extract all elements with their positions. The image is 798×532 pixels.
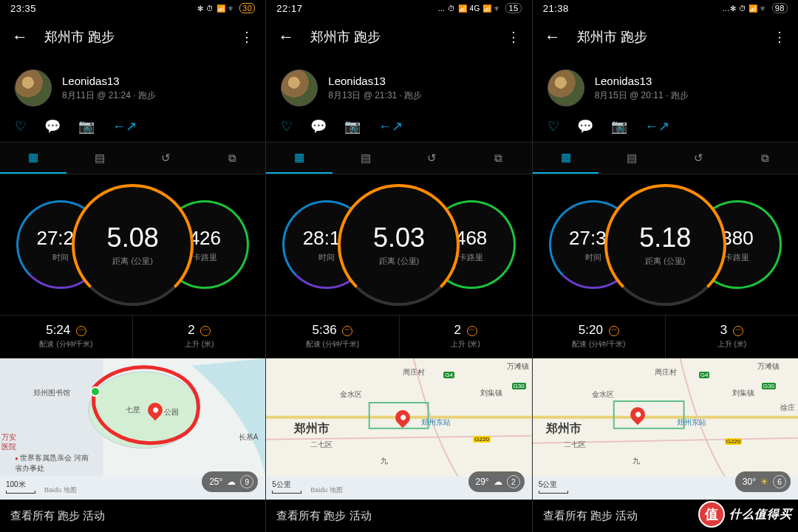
tab-overview[interactable]: ▦: [533, 143, 599, 174]
weather-pill[interactable]: 25° ☁ 9: [202, 471, 258, 492]
tab-stats[interactable]: ⧉: [732, 143, 798, 174]
back-icon[interactable]: ←: [12, 27, 28, 47]
action-row: ♡ 💬 📷 ←↗: [266, 114, 531, 142]
like-icon[interactable]: ♡: [15, 118, 27, 134]
tab-overview[interactable]: ▦: [266, 143, 332, 174]
more-icon[interactable]: ⋮: [240, 29, 253, 45]
tab-bar: ▦ ▤ ↺ ⧉: [533, 142, 798, 174]
appbar: ← 郑州市 跑步 ⋮: [0, 16, 265, 58]
activity-meta: 8月11日 @ 21:24 · 跑步: [62, 89, 156, 102]
appbar: ← 郑州市 跑步 ⋮: [533, 16, 798, 58]
camera-icon[interactable]: 📷: [78, 118, 95, 134]
weather-icon: ☁: [494, 477, 502, 487]
status-time: 23:35: [10, 3, 36, 14]
activity-meta: 8月13日 @ 21:31 · 跑步: [328, 89, 422, 102]
map-scale: 100米: [6, 480, 35, 494]
stats-rings: 27:37 时间 5.18 距离 (公里) 380 卡路里: [533, 174, 798, 315]
more-icon[interactable]: ⋮: [507, 29, 520, 45]
sub-stats: 5:24 〰 配速 (分钟/千米) 2 〰 上升 (米): [0, 315, 265, 358]
stat-elevation[interactable]: 2 〰 上升 (米): [399, 316, 532, 358]
status-icons: … ⏱ 📶 4G 📶 ᯤ 15: [437, 3, 521, 13]
phone-screen-2: 22:17 … ⏱ 📶 4G 📶 ᯤ 15 ← 郑州市 跑步 ⋮ Leonida…: [266, 0, 531, 532]
status-bar: 21:38 …✻ ⏱ 📶 ᯤ 98: [533, 0, 798, 16]
tab-details[interactable]: ▤: [332, 143, 399, 174]
battery-indicator: 98: [772, 3, 788, 13]
watermark: 值 什么值得买: [698, 501, 792, 528]
stat-elevation[interactable]: 2 〰 上升 (米): [132, 316, 265, 358]
tab-laps[interactable]: ↺: [133, 143, 200, 174]
like-icon[interactable]: ♡: [281, 118, 293, 134]
share-icon[interactable]: ←↗: [112, 118, 137, 134]
back-icon[interactable]: ←: [545, 27, 561, 47]
page-title: 郑州市 跑步: [44, 28, 224, 46]
stat-elevation[interactable]: 3 〰 上升 (米): [665, 316, 798, 358]
action-row: ♡ 💬 📷 ←↗: [0, 114, 265, 142]
more-icon[interactable]: ⋮: [773, 29, 786, 45]
sub-stats: 5:36 〰 配速 (分钟/千米) 2 〰 上升 (米): [266, 315, 531, 358]
profile-row[interactable]: Leonidas13 8月15日 @ 20:11 · 跑步: [533, 58, 798, 114]
action-row: ♡ 💬 📷 ←↗: [533, 114, 798, 142]
view-all-link[interactable]: 查看所有 跑步 活动: [0, 499, 265, 532]
weather-pill[interactable]: 29° ☁ 2: [468, 471, 525, 492]
back-icon[interactable]: ←: [278, 27, 294, 47]
tab-details[interactable]: ▤: [598, 143, 665, 174]
tab-bar: ▦ ▤ ↺ ⧉: [266, 142, 531, 174]
username: Leonidas13: [62, 75, 156, 87]
baidu-logo: Baidu 地图: [44, 485, 77, 495]
status-bar: 22:17 … ⏱ 📶 4G 📶 ᯤ 15: [266, 0, 531, 16]
view-all-link[interactable]: 查看所有 跑步 活动: [266, 499, 531, 532]
weather-icon: ☀: [760, 477, 768, 487]
profile-row[interactable]: Leonidas13 8月13日 @ 21:31 · 跑步: [266, 58, 531, 114]
camera-icon[interactable]: 📷: [611, 118, 627, 134]
page-title: 郑州市 跑步: [310, 28, 490, 46]
map-scale: 5公里: [272, 480, 301, 494]
tab-overview[interactable]: ▦: [0, 143, 66, 174]
camera-icon[interactable]: 📷: [344, 118, 361, 134]
profile-row[interactable]: Leonidas13 8月11日 @ 21:24 · 跑步: [0, 58, 265, 114]
avatar[interactable]: [281, 69, 318, 106]
ring-distance[interactable]: 5.18 距离 (公里): [604, 184, 726, 306]
activity-meta: 8月15日 @ 20:11 · 跑步: [595, 89, 689, 102]
route-map[interactable]: 郑州图书馆 七星 公园 长基A 万安 医院 世界客属恳亲会 河南省办事处 100…: [0, 358, 265, 499]
battery-indicator: 30: [239, 3, 255, 13]
stat-pace[interactable]: 5:24 〰 配速 (分钟/千米): [0, 316, 132, 358]
tab-laps[interactable]: ↺: [399, 143, 466, 174]
start-pin: [90, 386, 100, 397]
route-map[interactable]: 郑州市 郑州东站 金水区 二七区 九 刘集镇 万滩镇 周庄村 徐庄 G4 G30…: [533, 358, 798, 499]
share-icon[interactable]: ←↗: [645, 118, 669, 134]
stat-pace[interactable]: 5:36 〰 配速 (分钟/千米): [266, 316, 398, 358]
comment-icon[interactable]: 💬: [310, 118, 327, 134]
status-time: 21:38: [543, 3, 569, 14]
weather-pill[interactable]: 30° ☀ 6: [735, 471, 791, 492]
smzdm-logo-icon: 值: [698, 501, 725, 528]
ring-distance[interactable]: 5.08 距离 (公里): [72, 184, 194, 306]
tab-laps[interactable]: ↺: [665, 143, 732, 174]
tab-stats[interactable]: ⧉: [466, 143, 532, 174]
page-title: 郑州市 跑步: [577, 28, 757, 46]
battery-indicator: 15: [505, 3, 521, 13]
ring-distance[interactable]: 5.03 距离 (公里): [338, 184, 460, 306]
avatar[interactable]: [548, 69, 584, 106]
like-icon[interactable]: ♡: [548, 118, 559, 134]
username: Leonidas13: [328, 75, 422, 87]
stats-rings: 27:28 时间 5.08 距离 (公里) 426 卡路里: [0, 174, 265, 315]
sub-stats: 5:20 〰 配速 (分钟/千米) 3 〰 上升 (米): [533, 315, 798, 358]
share-icon[interactable]: ←↗: [378, 118, 403, 134]
status-icons: …✻ ⏱ 📶 ᯤ 98: [722, 3, 788, 13]
tab-details[interactable]: ▤: [66, 143, 133, 174]
tab-stats[interactable]: ⧉: [199, 143, 265, 174]
appbar: ← 郑州市 跑步 ⋮: [266, 16, 531, 58]
stats-rings: 28:11 时间 5.03 距离 (公里) 468 卡路里: [266, 174, 531, 315]
comment-icon[interactable]: 💬: [577, 118, 593, 134]
weather-icon: ☁: [227, 477, 236, 487]
phone-screen-3: 21:38 …✻ ⏱ 📶 ᯤ 98 ← 郑州市 跑步 ⋮ Leonidas13 …: [533, 0, 798, 532]
username: Leonidas13: [595, 75, 689, 87]
status-time: 22:17: [276, 3, 302, 14]
status-icons: ✻ ⏱ 📶 ᯤ 30: [197, 3, 255, 13]
stat-pace[interactable]: 5:20 〰 配速 (分钟/千米): [533, 316, 665, 358]
comment-icon[interactable]: 💬: [44, 118, 61, 134]
status-bar: 23:35 ✻ ⏱ 📶 ᯤ 30: [0, 0, 265, 16]
phone-screen-1: 23:35 ✻ ⏱ 📶 ᯤ 30 ← 郑州市 跑步 ⋮ Leonidas13 8…: [0, 0, 265, 532]
avatar[interactable]: [15, 69, 52, 106]
route-map[interactable]: 郑州市 郑州东站 金水区 二七区 九 刘集镇 万滩镇 周庄村 G4 G30 G2…: [266, 358, 531, 499]
